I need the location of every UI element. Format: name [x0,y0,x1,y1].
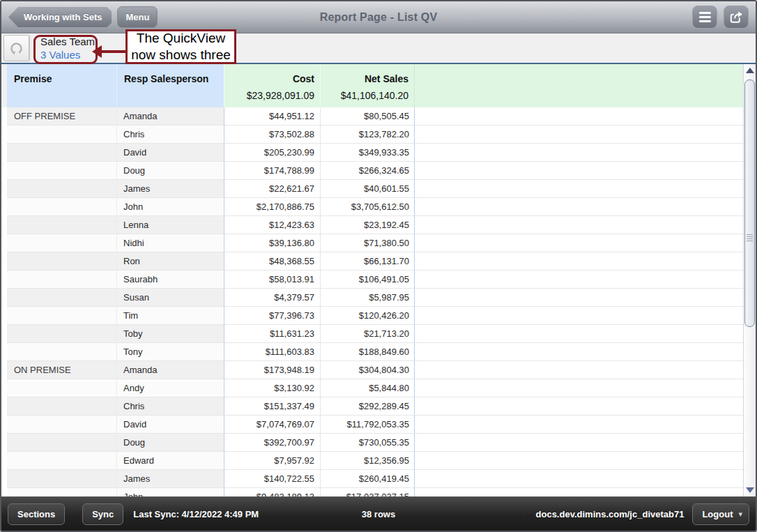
table-row[interactable]: John $9,483,189.13 $17,037,037.15 [1,488,756,496]
column-header-salesperson[interactable]: Resp Salesperson [117,64,224,107]
table-row[interactable]: David $205,230.99 $349,933.35 [1,144,756,162]
cell-salesperson: Chris [117,126,224,144]
cell-salesperson: Edward [117,452,224,470]
table-row[interactable]: Toby $11,631.23 $21,713.20 [1,325,756,343]
cell-premise [7,452,117,470]
cell-cost: $44,951.12 [224,107,321,126]
sync-button[interactable]: Sync [82,503,123,525]
page-title: Report Page - List QV [1,11,756,24]
table-row[interactable]: Ron $48,368.55 $66,131.70 [1,252,756,271]
cell-premise [7,252,117,271]
cell-cost: $48,368.55 [224,252,321,271]
table-header-filler [415,64,756,107]
cell-premise [7,434,117,452]
quickview-label: Sales Team [40,35,95,48]
annotation-callout: The QuickView now shows three [125,29,236,64]
scrollbar-thumb[interactable] [744,79,755,327]
table-row[interactable]: ON PREMISE Amanda $173,948.19 $304,804.3… [1,361,756,379]
cell-net-sales: $23,192.45 [321,216,415,234]
cell-cost: $111,603.83 [224,343,321,361]
cell-premise [7,397,117,416]
annotation-arrow [101,50,125,53]
cell-salesperson: Doug [117,434,224,452]
cell-premise [7,234,117,252]
cell-net-sales: $17,037,037.15 [321,488,415,496]
cell-net-sales: $11,792,053.35 [321,416,415,434]
cell-salesperson: Toby [117,325,224,343]
scroll-down-icon[interactable] [746,487,754,493]
cell-premise [7,126,117,144]
column-header-cost[interactable]: Cost $23,928,091.09 [224,64,321,107]
cell-cost: $3,130.92 [224,379,321,397]
top-bar: Report Page - List QV Working with Sets … [1,1,756,33]
cell-salesperson: Tony [117,343,224,361]
cell-salesperson: Andy [117,379,224,397]
quickview-sales-team[interactable]: Sales Team 3 Values [36,33,99,63]
table-row[interactable]: James $22,621.67 $40,601.55 [1,180,756,198]
table-row[interactable]: Doug $174,788.99 $266,324.65 [1,162,756,180]
list-menu-button[interactable] [692,6,717,29]
table-row[interactable]: Saurabh $58,013.91 $106,491.05 [1,271,756,289]
refresh-button[interactable] [3,35,29,61]
table-row[interactable]: Susan $4,379.57 $5,987.95 [1,289,756,307]
table-row[interactable]: Edward $7,957.92 $12,356.95 [1,452,756,470]
cell-salesperson: Amanda [117,361,224,379]
column-header-premise[interactable]: Premise [7,64,117,107]
table-row[interactable]: Chris $73,502.88 $123,782.20 [1,126,756,144]
total-net-sales: $41,106,140.20 [321,90,414,107]
sections-button[interactable]: Sections [8,503,65,525]
table-row[interactable]: James $140,722.55 $260,419.45 [1,470,756,488]
cell-net-sales: $5,987.95 [321,289,415,307]
table-row[interactable]: Chris $151,337.49 $292,289.45 [1,397,756,416]
table-row[interactable]: Nidhi $39,136.80 $71,380.50 [1,234,756,252]
table-row[interactable]: Lenna $12,423.63 $23,192.45 [1,216,756,234]
cell-premise [7,379,117,397]
cell-cost: $22,621.67 [224,180,321,198]
cell-net-sales: $120,426.20 [321,307,415,325]
cell-salesperson: Chris [117,397,224,416]
column-header-net-sales[interactable]: Net Sales $41,106,140.20 [321,64,415,107]
cell-cost: $77,396.73 [224,307,321,325]
cell-cost: $12,423.63 [224,216,321,234]
table-header-row: Premise Resp Salesperson Cost $23,928,09… [1,64,756,107]
vertical-scrollbar[interactable] [743,64,756,496]
cell-cost: $7,957.92 [224,452,321,470]
cell-net-sales: $71,380.50 [321,234,415,252]
cell-net-sales: $123,782.20 [321,126,415,144]
cell-net-sales: $304,804.30 [321,361,415,379]
table-row[interactable]: Doug $392,700.97 $730,055.35 [1,434,756,452]
cell-premise [7,216,117,234]
cell-salesperson: Susan [117,289,224,307]
annotation-line1: The QuickView [137,30,225,47]
cell-net-sales: $730,055.35 [321,434,415,452]
scroll-up-icon[interactable] [746,68,754,73]
cell-net-sales: $266,324.65 [321,162,415,180]
cell-cost: $73,502.88 [224,126,321,144]
logout-button[interactable]: Logout ▾ [692,503,749,525]
cell-net-sales: $349,933.35 [321,144,415,162]
server-address: docs.dev.dimins.com/jc_divetab71 [536,509,685,519]
back-button[interactable]: Working with Sets [8,7,112,27]
table-row[interactable]: Andy $3,130.92 $5,844.80 [1,379,756,397]
cell-salesperson: James [117,470,224,488]
cell-premise: ON PREMISE [7,361,117,379]
share-icon [728,9,744,25]
hamburger-icon [699,12,711,22]
table-row[interactable]: David $7,074,769.07 $11,792,053.35 [1,416,756,434]
cell-cost: $2,170,886.75 [224,198,321,216]
cell-premise [7,180,117,198]
refresh-icon [8,39,24,58]
export-button[interactable] [724,6,749,29]
cell-net-sales: $5,844.80 [321,379,415,397]
quickview-value-link[interactable]: 3 Values [40,48,95,61]
cell-premise [7,289,117,307]
cell-net-sales: $21,713.20 [321,325,415,343]
table-row[interactable]: Tony $111,603.83 $188,849.60 [1,343,756,361]
table-row[interactable]: John $2,170,886.75 $3,705,612.50 [1,198,756,216]
cell-premise [7,198,117,216]
table-row[interactable]: Tim $77,396.73 $120,426.20 [1,307,756,325]
cell-net-sales: $292,289.45 [321,397,415,416]
cell-salesperson: John [117,488,224,496]
cell-net-sales: $106,491.05 [321,271,415,289]
table-row[interactable]: OFF PREMISE Amanda $44,951.12 $80,505.45 [1,107,756,126]
